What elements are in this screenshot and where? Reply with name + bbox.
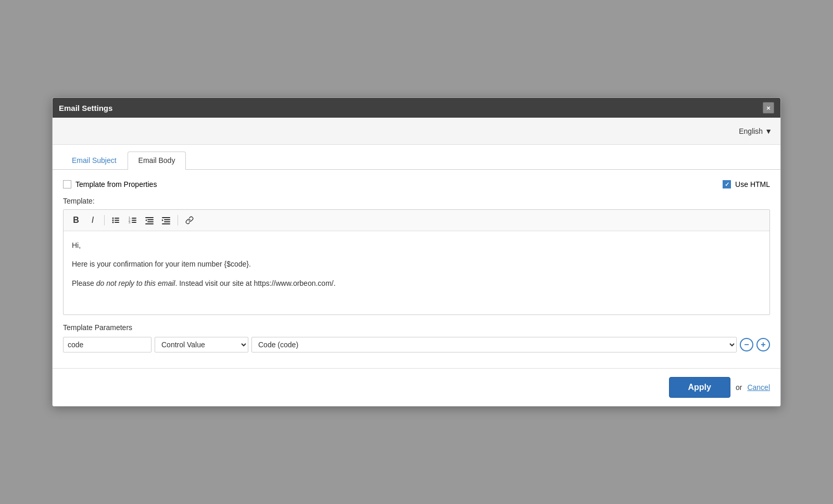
svg-rect-18 bbox=[164, 219, 170, 220]
template-from-props-option: Template from Properties bbox=[63, 180, 157, 188]
use-html-option: Use HTML bbox=[723, 180, 770, 188]
svg-marker-16 bbox=[145, 219, 147, 221]
svg-marker-21 bbox=[162, 219, 163, 221]
tabs-row: Email Subject Email Body bbox=[53, 145, 780, 170]
editor-content-area[interactable]: Hi, Here is your confirmation for your i… bbox=[64, 231, 769, 314]
svg-rect-12 bbox=[145, 217, 154, 218]
editor-line-2: Here is your confirmation for your item … bbox=[72, 258, 761, 270]
param-name-input[interactable] bbox=[63, 337, 152, 352]
editor-line-3: Please do not reply to this email. Inste… bbox=[72, 278, 761, 289]
ordered-list-button[interactable]: 1. 2. 3. bbox=[125, 213, 140, 228]
editor-toolbar: B I 1. 2 bbox=[64, 210, 769, 231]
indent-button[interactable] bbox=[159, 213, 173, 228]
language-label: English bbox=[739, 127, 763, 135]
tab-email-body[interactable]: Email Body bbox=[128, 152, 186, 170]
outdent-button[interactable] bbox=[142, 213, 157, 228]
param-type-select[interactable]: Control Value Expression bbox=[155, 337, 248, 352]
svg-rect-3 bbox=[115, 220, 119, 221]
params-row: Control Value Expression Code (code) − + bbox=[63, 337, 770, 352]
title-bar: Email Settings × bbox=[53, 98, 780, 118]
template-field-label: Template: bbox=[63, 197, 770, 205]
use-html-label: Use HTML bbox=[735, 180, 770, 188]
param-value-select[interactable]: Code (code) bbox=[251, 337, 737, 352]
add-param-button[interactable]: + bbox=[756, 338, 770, 351]
toolbar-separator-2 bbox=[178, 215, 178, 225]
template-from-props-label: Template from Properties bbox=[75, 180, 157, 188]
svg-rect-17 bbox=[162, 217, 170, 218]
svg-rect-15 bbox=[145, 223, 154, 224]
template-params-label: Template Parameters bbox=[63, 323, 770, 332]
unordered-list-button[interactable] bbox=[109, 213, 123, 228]
remove-param-button[interactable]: − bbox=[740, 338, 753, 351]
svg-rect-7 bbox=[132, 218, 136, 219]
dialog-body: Template from Properties Use HTML Templa… bbox=[53, 170, 780, 368]
dropdown-icon: ▼ bbox=[765, 127, 772, 135]
template-from-props-checkbox[interactable] bbox=[63, 180, 71, 188]
bold-button[interactable]: B bbox=[69, 213, 83, 228]
svg-rect-13 bbox=[147, 219, 154, 220]
options-row: Template from Properties Use HTML bbox=[63, 180, 770, 188]
svg-rect-5 bbox=[115, 222, 119, 223]
or-text: or bbox=[736, 383, 742, 392]
svg-text:3.: 3. bbox=[129, 221, 131, 224]
link-button[interactable] bbox=[182, 213, 197, 228]
tab-email-subject[interactable]: Email Subject bbox=[61, 152, 128, 170]
svg-rect-14 bbox=[147, 221, 154, 222]
email-settings-dialog: Email Settings × English ▼ Email Subject… bbox=[52, 97, 781, 407]
language-bar: English ▼ bbox=[53, 118, 780, 145]
dialog-title: Email Settings bbox=[59, 104, 112, 112]
svg-point-2 bbox=[112, 220, 114, 221]
italic-button[interactable]: I bbox=[85, 213, 100, 228]
editor-line-1: Hi, bbox=[72, 240, 761, 251]
svg-rect-1 bbox=[115, 218, 119, 219]
language-selector[interactable]: English ▼ bbox=[739, 127, 772, 135]
svg-point-4 bbox=[112, 222, 114, 223]
apply-button[interactable]: Apply bbox=[669, 377, 730, 398]
svg-rect-9 bbox=[132, 220, 136, 221]
svg-rect-11 bbox=[132, 222, 136, 223]
template-editor: B I 1. 2 bbox=[63, 209, 770, 315]
svg-point-0 bbox=[112, 218, 114, 219]
toolbar-separator-1 bbox=[104, 215, 105, 225]
close-button[interactable]: × bbox=[763, 102, 774, 114]
dialog-footer: Apply or Cancel bbox=[53, 368, 780, 406]
cancel-button[interactable]: Cancel bbox=[747, 383, 770, 392]
svg-rect-20 bbox=[162, 223, 170, 224]
svg-rect-19 bbox=[164, 221, 170, 222]
use-html-checkbox[interactable] bbox=[723, 180, 731, 188]
